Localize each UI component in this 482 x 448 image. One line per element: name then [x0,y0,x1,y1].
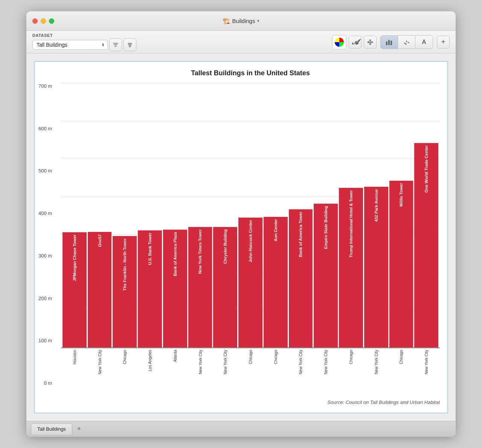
bar-building-name: One World Trade Center [424,145,429,193]
chart-type-group: A [380,35,433,49]
y-axis-labels: 0 m100 m200 m300 m400 m500 m600 m700 m [38,83,52,386]
move-button[interactable] [364,36,377,49]
bar-wrapper[interactable]: The Franklin - North Tower [113,83,137,347]
bar-chart-button[interactable] [381,36,398,49]
city-label-cell: New York City [364,350,388,374]
bar-wrapper[interactable]: Empire State Building [314,83,338,347]
title-chevron-icon[interactable]: ▾ [257,18,259,23]
text-format-button[interactable]: A [415,36,433,49]
city-label: Chicago [399,350,403,364]
bar-building-name: Bank of America Tower [298,212,303,257]
city-label: New York City [323,350,328,374]
city-label-cell: New York City [88,350,112,374]
bar-building-name: Aon Center [273,219,278,241]
city-label-cell: New York City [314,350,338,374]
font-button[interactable]: 𝒜 [349,36,362,49]
city-label-cell: New York City [213,350,237,374]
bar-building-name: John Hancock Center [248,220,253,262]
window-title: Buildings [232,18,255,24]
bar-wrapper[interactable]: Chrysler Building [213,83,237,347]
title-icon: 🏗️ [223,17,230,24]
city-label-cell: New York City [414,350,438,374]
filter-button[interactable] [109,38,122,51]
bar: JPMorgan Chase Tower [63,232,87,347]
bar: Empire State Building [314,204,338,347]
bar-building-name: U.S. Bank Tower [148,233,152,265]
bar: Bank of America Plaza [163,230,187,347]
title-bar: 🏗️ Buildings ▾ [26,11,456,31]
bar-building-name: Willis Tower [399,183,403,207]
bar: The Franklin - North Tower [113,236,137,347]
add-tab-button[interactable]: + [74,424,84,434]
bar: One World Trade Center [414,143,438,347]
tab-label: Tall Buildings [37,426,66,432]
select-wrapper: Tall Buildings ⬍ [32,40,108,50]
bar-wrapper[interactable]: 432 Park Avenue [364,83,388,347]
add-element-button[interactable]: + [437,36,450,49]
y-axis-label: 700 m [38,83,52,89]
city-label: New York City [374,350,378,374]
y-axis-label: 500 m [38,168,52,174]
toolbar: DATASET Tall Buildings ⬍ [26,31,456,53]
maximize-button[interactable] [49,18,54,24]
bar-wrapper[interactable]: John Hancock Center [238,83,262,347]
colors-button[interactable] [332,35,346,49]
tab-tall-buildings[interactable]: Tall Buildings [31,423,72,435]
city-label-cell: Chicago [339,350,363,364]
bars-container: JPMorgan Chase TowerOne57The Franklin - … [61,83,440,347]
chart-inner: 0 m100 m200 m300 m400 m500 m600 m700 m J… [61,83,440,397]
city-label: New York City [223,350,227,374]
city-label-cell: Chicago [264,350,288,364]
bar-building-name: Trump International Hotel & Tower [349,190,353,258]
y-axis-label: 100 m [38,338,52,343]
dataset-select[interactable]: Tall Buildings [32,40,108,50]
bar-wrapper[interactable]: One World Trade Center [414,83,438,347]
bar-wrapper[interactable]: Bank of America Tower [289,83,313,347]
bar-wrapper[interactable]: U.S. Bank Tower [138,83,162,347]
bar: Bank of America Tower [289,209,313,347]
svg-point-6 [405,43,407,45]
bar: Willis Tower [389,181,413,347]
sort-button[interactable] [124,38,136,51]
tab-bar: Tall Buildings + [26,421,456,437]
bar-wrapper[interactable]: Aon Center [264,83,288,347]
city-label: New York City [98,350,102,374]
traffic-lights [32,18,54,24]
bar-wrapper[interactable]: Trump International Hotel & Tower [339,83,363,347]
bar-wrapper[interactable]: JPMorgan Chase Tower [63,83,87,347]
toolbar-format-group: 𝒜 [332,35,377,49]
bar: 432 Park Avenue [364,187,388,347]
bar-wrapper[interactable]: New York Times Tower [188,83,212,347]
scatter-chart-button[interactable] [398,36,415,49]
bar: U.S. Bank Tower [138,230,162,347]
city-label-cell: Chicago [113,350,137,364]
city-label-cell: New York City [289,350,313,374]
minimize-button[interactable] [41,18,46,24]
bar: One57 [88,232,112,347]
city-label: Atlanta [173,350,177,362]
toolbar-dataset-section: DATASET Tall Buildings ⬍ [32,33,136,51]
bar-building-name: Bank of America Plaza [173,232,177,276]
y-axis-label: 0 m [38,380,52,386]
city-label-cell: Chicago [389,350,413,364]
chart-plot-area: JPMorgan Chase TowerOne57The Franklin - … [61,83,440,348]
city-labels-row: HoustonNew York CityChicagoLos AngelesAt… [61,348,440,397]
bar-wrapper[interactable]: One57 [88,83,112,347]
bar-wrapper[interactable]: Bank of America Plaza [163,83,187,347]
bar-wrapper[interactable]: Willis Tower [389,83,413,347]
bar-building-name: Chrysler Building [223,229,227,264]
city-label: New York City [298,350,303,374]
colors-circle-icon [335,38,344,47]
city-label-cell: Chicago [238,350,262,364]
add-tab-icon: + [77,425,81,433]
city-label: New York City [424,350,429,374]
city-label: Chicago [248,350,253,364]
chart-container: Tallest Buildings in the United States 0… [34,61,448,413]
close-button[interactable] [32,18,38,24]
city-label: Chicago [273,350,278,364]
y-axis-label: 200 m [38,296,52,301]
svg-rect-2 [390,41,392,45]
city-label: Chicago [349,350,353,364]
bar: John Hancock Center [238,218,262,347]
bar: Aon Center [264,217,288,347]
